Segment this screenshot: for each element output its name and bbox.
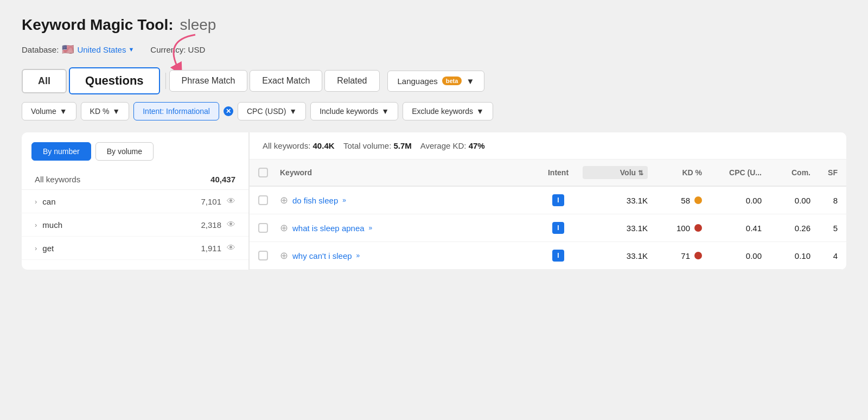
kd-dot-2: [694, 224, 702, 232]
th-com: Com.: [762, 168, 810, 177]
stats-bar: All keywords: 40.4K Total volume: 5.7M A…: [250, 132, 846, 160]
th-cpc: CPC (U...: [702, 168, 762, 177]
eye-icon[interactable]: 👁: [227, 196, 235, 206]
intent-badge-3: I: [552, 250, 564, 262]
td-volume-1: 33.1K: [583, 196, 648, 205]
keyword-link-3[interactable]: why can't i sleep: [292, 251, 352, 260]
row-checkbox-3[interactable]: [258, 251, 268, 260]
td-keyword-1: ⊕ do fish sleep »: [280, 194, 534, 206]
tab-related[interactable]: Related: [324, 70, 379, 92]
td-cpc-2: 0.41: [702, 224, 762, 233]
com-value-3: 0.10: [795, 251, 810, 260]
sidebar-item-get[interactable]: › get 1,911 👁: [22, 237, 248, 260]
tab-phrase-match[interactable]: Phrase Match: [169, 70, 248, 92]
currency-value: USD: [188, 45, 206, 54]
td-check-2: [258, 223, 280, 233]
td-cpc-3: 0.00: [702, 251, 762, 260]
total-volume-label: Total volume:: [343, 141, 391, 150]
sort-by-volume-button[interactable]: By volume: [95, 142, 154, 161]
sort-by-volume-label: By volume: [107, 147, 142, 156]
title-row: Keyword Magic Tool: sleep: [22, 16, 846, 34]
sidebar-item-much[interactable]: › much 2,318 👁: [22, 213, 248, 237]
add-keyword-icon[interactable]: ⊕: [280, 250, 288, 262]
intent-clear-button[interactable]: ✕: [224, 106, 233, 116]
cpc-filter-button[interactable]: CPC (USD) ▼: [238, 102, 306, 120]
keyword-arrows-icon[interactable]: »: [356, 252, 360, 259]
th-intent-label: Intent: [548, 168, 569, 177]
td-kd-3: 71: [648, 251, 702, 260]
sort-by-number-label: By number: [43, 147, 80, 156]
intent-filter-label: Intent: Informational: [143, 107, 210, 116]
sf-value-2: 5: [833, 224, 838, 233]
sidebar-all-count: 40,437: [210, 175, 235, 184]
expand-arrow-icon: ›: [35, 198, 37, 206]
sidebar-item-can[interactable]: › can 7,101 👁: [22, 190, 248, 213]
add-keyword-icon[interactable]: ⊕: [280, 194, 288, 206]
td-intent-2: I: [534, 222, 583, 234]
tab-exact-match[interactable]: Exact Match: [250, 70, 322, 92]
currency-label: Currency:: [150, 45, 186, 54]
sidebar-count-get: 1,911: [201, 244, 221, 253]
include-keywords-label: Include keywords: [320, 107, 378, 116]
all-keywords-label: All keywords:: [263, 141, 310, 150]
select-all-checkbox[interactable]: [258, 168, 268, 177]
th-sf-label: SF: [828, 168, 838, 177]
th-volume[interactable]: Volu ⇅: [583, 166, 648, 179]
row-checkbox-1[interactable]: [258, 195, 268, 205]
chevron-down-icon: ▼: [60, 107, 67, 116]
table-area: All keywords: 40.4K Total volume: 5.7M A…: [250, 132, 846, 270]
languages-button[interactable]: Languages beta ▼: [387, 71, 485, 92]
main-content: By number By volume All keywords 40,437 …: [22, 132, 846, 270]
total-volume-value: 5.7M: [394, 141, 412, 150]
sidebar-item-right: 7,101 👁: [201, 196, 235, 206]
country-selector[interactable]: United States ▼: [77, 45, 134, 54]
eye-icon[interactable]: 👁: [227, 220, 235, 230]
expand-arrow-icon: ›: [35, 221, 37, 229]
kd-filter-label: KD %: [90, 107, 110, 116]
add-keyword-icon[interactable]: ⊕: [280, 222, 288, 234]
tab-all[interactable]: All: [22, 69, 67, 93]
tab-questions[interactable]: Questions: [69, 67, 160, 94]
sort-by-number-button[interactable]: By number: [31, 142, 91, 161]
table-row: ⊕ what is sleep apnea » I 33.1K 100 0.41: [250, 214, 846, 242]
com-value-2: 0.26: [795, 224, 810, 233]
sidebar-item-right-get: 1,911 👁: [201, 243, 235, 253]
sort-icon: ⇅: [638, 169, 643, 177]
volume-value-3: 33.1K: [627, 251, 648, 260]
intent-filter-button[interactable]: Intent: Informational: [133, 102, 219, 120]
page-title-keyword: sleep: [180, 16, 216, 34]
sf-value-3: 4: [833, 251, 838, 260]
database-section: Database: 🇺🇸 United States ▼: [22, 43, 134, 55]
chevron-down-icon: ▼: [112, 107, 120, 116]
volume-value-1: 33.1K: [627, 196, 648, 205]
volume-filter-label: Volume: [31, 107, 56, 116]
sidebar-count-much: 2,318: [201, 220, 221, 230]
td-com-3: 0.10: [762, 251, 810, 260]
cpc-value-2: 0.41: [746, 224, 762, 233]
keyword-arrows-icon[interactable]: »: [342, 196, 346, 204]
th-cpc-label: CPC (U...: [729, 168, 762, 177]
sidebar-item-left-much: › much: [35, 220, 62, 230]
tabs-container: All Questions Phrase Match Exact Match R…: [22, 67, 846, 94]
country-name: United States: [77, 45, 126, 54]
chevron-down-icon: ▼: [289, 107, 297, 116]
keyword-arrows-icon[interactable]: »: [369, 224, 373, 232]
sidebar-keyword-much: much: [42, 220, 62, 230]
volume-filter-button[interactable]: Volume ▼: [22, 102, 76, 120]
cpc-filter-label: CPC (USD): [247, 107, 286, 116]
row-checkbox-2[interactable]: [258, 223, 268, 233]
tab-exact-match-label: Exact Match: [262, 76, 310, 85]
exclude-keywords-button[interactable]: Exclude keywords ▼: [403, 102, 493, 120]
keyword-link-1[interactable]: do fish sleep: [292, 196, 338, 205]
sidebar-keyword-get: get: [42, 244, 54, 253]
keyword-link-2[interactable]: what is sleep apnea: [292, 224, 365, 233]
th-volume-label: Volu: [620, 168, 636, 177]
td-intent-3: I: [534, 250, 583, 262]
tab-questions-label: Questions: [85, 74, 144, 87]
chevron-down-icon: ▼: [128, 46, 134, 53]
kd-filter-button[interactable]: KD % ▼: [81, 102, 130, 120]
td-check-1: [258, 195, 280, 205]
include-keywords-button[interactable]: Include keywords ▼: [310, 102, 398, 120]
exclude-keywords-label: Exclude keywords: [412, 107, 473, 116]
eye-icon[interactable]: 👁: [227, 243, 235, 253]
